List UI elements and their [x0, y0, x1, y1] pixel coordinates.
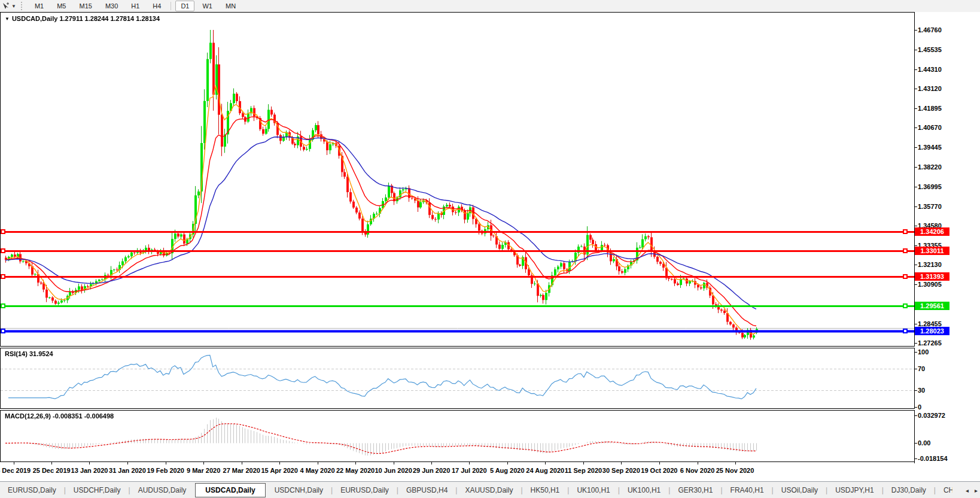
axis-tick-label: 0.032972: [918, 412, 945, 419]
date-tick-label: 22 May 2020: [336, 467, 375, 475]
date-tick-label: 19 Oct 2020: [641, 467, 677, 475]
chart-tab-usoil-daily[interactable]: USOil,Daily: [774, 484, 826, 497]
date-tick-label: 11 Sep 2020: [565, 467, 602, 475]
timeframe-button-m1[interactable]: M1: [29, 1, 49, 11]
hline-price-badge: 1.33011: [915, 247, 949, 255]
chart-tab-audusd-daily[interactable]: AUDUSD,Daily: [130, 484, 194, 497]
rsi-indicator-canvas[interactable]: [1, 348, 914, 408]
axis-tick-label: 1.35770: [918, 203, 942, 210]
axis-tick-label: 1.43120: [918, 85, 942, 92]
timeframe-button-h4[interactable]: H4: [147, 1, 166, 11]
chart-tab-hk50-h1[interactable]: HK50,H1: [523, 484, 568, 497]
timeframe-button-w1[interactable]: W1: [197, 1, 218, 11]
date-tick-label: 19 Feb 2020: [147, 467, 184, 475]
timeframe-button-mn[interactable]: MN: [220, 1, 241, 11]
axis-tick-label: 30: [918, 387, 925, 394]
chart-title: ▼USDCAD,Daily 1.27911 1.28244 1.27814 1.…: [5, 15, 160, 22]
tab-scroll-left-icon[interactable]: ◂: [966, 487, 969, 494]
date-tick-label: 6 Dec 2019: [0, 467, 31, 475]
axis-tick-label: 1.32130: [918, 261, 942, 268]
chart-tab-list: EURUSD,Daily|USDCHF,Daily|AUDUSD,DailyUS…: [0, 482, 952, 498]
date-axis[interactable]: 6 Dec 201925 Dec 201913 Jan 202031 Jan 2…: [0, 463, 915, 481]
axis-tick-label: 0.00: [918, 439, 930, 447]
chart-tab-bar: EURUSD,Daily|USDCHF,Daily|AUDUSD,DailyUS…: [0, 481, 980, 498]
chart-tab-xauusd-daily[interactable]: XAUUSD,Daily: [457, 484, 521, 497]
date-tick-label: 6 Nov 2020: [680, 467, 714, 475]
chart-tab-usdchf-daily[interactable]: USDCHF,Daily: [66, 484, 129, 497]
axis-tick-label: 100: [918, 348, 929, 356]
hline-price-badge: 1.31393: [915, 272, 949, 281]
chart-tab-usdcad-daily[interactable]: USDCAD,Daily: [195, 483, 265, 497]
timeframe-buttons: M1M5M15M30H1H4D1W1MN: [28, 1, 242, 11]
chart-tab-gbpusd-h4[interactable]: GBPUSD,H4: [398, 484, 455, 497]
chevron-down-icon[interactable]: ▼: [11, 4, 16, 9]
axis-tick-label: 1.46760: [918, 26, 942, 34]
axis-tick-label: 1.40670: [918, 124, 942, 131]
crosshair-cursor-glyph: [2, 2, 10, 10]
crosshair-cursor-icon[interactable]: ▼: [2, 2, 16, 10]
chart-tab-uk100-h1[interactable]: UK100,H1: [620, 484, 668, 497]
axis-tick-label: 1.44310: [918, 66, 942, 73]
date-tick-label: 9 Mar 2020: [187, 467, 220, 475]
chart-frame-bottom: [0, 461, 915, 462]
price-chart-canvas[interactable]: [1, 13, 914, 346]
chart-window: ▼USDCAD,Daily 1.27911 1.28244 1.27814 1.…: [0, 12, 980, 481]
hline-price-badge: 1.28023: [915, 327, 949, 335]
date-tick-label: 29 Jun 2020: [413, 467, 450, 475]
date-tick-label: 5 Aug 2020: [490, 467, 525, 475]
toolbar-separator: [171, 2, 171, 10]
chart-tab-china300-h1[interactable]: CHINA300,H1: [936, 484, 952, 497]
timeframe-button-m30[interactable]: M30: [100, 1, 123, 11]
axis-tick-label: 0: [918, 403, 921, 411]
mt4-terminal: ▼ M1M5M15M30H1H4D1W1MN ▼USDCAD,Daily 1.2…: [0, 0, 980, 498]
axis-tick-label: 1.45535: [918, 46, 942, 53]
date-tick-label: 25 Nov 2020: [716, 467, 754, 475]
tab-scroll-arrows: ◂ ▸: [962, 482, 978, 498]
date-tick-label: 10 Jun 2020: [375, 467, 412, 475]
date-tick-label: 24 Aug 2020: [526, 467, 564, 475]
symbol-period-label: USDCAD,Daily: [12, 15, 57, 22]
date-tick-label: 30 Sep 2020: [602, 467, 640, 475]
axis-tick-label: 1.36995: [918, 183, 942, 190]
axis-tick-label: 70: [918, 365, 925, 372]
chart-tab-usdjpy-h1[interactable]: USDJPY,H1: [827, 484, 881, 497]
date-tick-label: 15 Apr 2020: [261, 467, 298, 475]
axis-tick-label: -0.018154: [918, 455, 948, 462]
toolbar-grip-handle: [21, 2, 25, 10]
axis-tick-label: 1.39445: [918, 144, 942, 151]
date-tick-label: 13 Jan 2020: [71, 467, 108, 475]
axis-tick-label: 1.41895: [918, 105, 942, 112]
hline-price-badge: 1.29561: [915, 302, 949, 310]
chart-tab-dj30-daily[interactable]: DJ30,Daily: [884, 484, 934, 497]
axis-tick-label: 1.27265: [918, 339, 942, 347]
chart-tab-ger30-h1[interactable]: GER30,H1: [670, 484, 720, 497]
rsi-indicator-label: RSI(14) 31.9524: [5, 350, 53, 357]
timeframe-button-d1[interactable]: D1: [175, 1, 194, 11]
timeframe-button-m5[interactable]: M5: [51, 1, 71, 11]
macd-indicator-label: MACD(12,26,9) -0.008351 -0.006498: [5, 412, 114, 420]
chart-tab-eurusd-daily[interactable]: EURUSD,Daily: [333, 484, 397, 497]
timeframe-toolbar: ▼ M1M5M15M30H1H4D1W1MN: [0, 0, 980, 13]
price-axis[interactable]: 1.467601.455351.443101.431201.418951.406…: [914, 12, 980, 473]
hline-price-badge: 1.34206: [915, 227, 949, 236]
date-tick-label: 17 Jul 2020: [452, 467, 487, 475]
date-tick-label: 27 Mar 2020: [223, 467, 260, 475]
chart-tab-eurusd-daily[interactable]: EURUSD,Daily: [0, 484, 64, 497]
chart-tab-fra40-h1[interactable]: FRA40,H1: [723, 484, 772, 497]
date-tick-label: 25 Dec 2019: [33, 467, 71, 475]
collapse-caret-icon[interactable]: ▼: [5, 16, 10, 22]
timeframe-button-m15[interactable]: M15: [74, 1, 97, 11]
chart-tab-usdcnh-daily[interactable]: USDCNH,Daily: [267, 484, 331, 497]
chart-tab-uk100-h1[interactable]: UK100,H1: [569, 484, 617, 497]
date-tick-label: 4 May 2020: [300, 467, 334, 475]
tab-scroll-right-icon[interactable]: ▸: [975, 487, 978, 494]
macd-indicator-canvas[interactable]: [1, 411, 914, 461]
axis-tick-label: 1.38220: [918, 163, 942, 171]
ohlc-values: 1.27911 1.28244 1.27814 1.28134: [59, 15, 160, 22]
timeframe-button-h1[interactable]: H1: [126, 1, 145, 11]
date-tick-label: 31 Jan 2020: [109, 467, 146, 475]
axis-tick-label: 1.30905: [918, 281, 942, 288]
